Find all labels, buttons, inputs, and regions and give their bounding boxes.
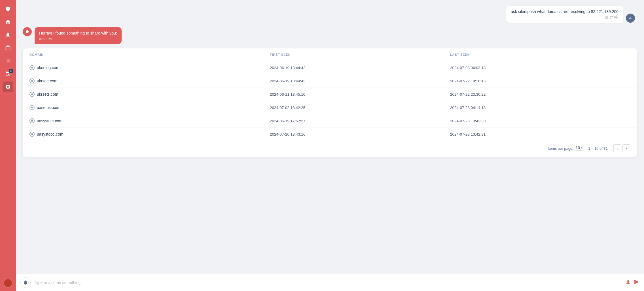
- upload-button[interactable]: [625, 279, 631, 286]
- domain-icon: [29, 118, 35, 123]
- table-row[interactable]: ukrsets.com 2024-06-11 13:45:10 2024-07-…: [23, 88, 637, 101]
- items-per-page-label: Items per page:: [548, 146, 573, 151]
- user-avatar: A: [626, 14, 635, 23]
- results-table-card: DOMAIN FIRST SEEN LAST SEEN ukenlog.com …: [23, 48, 637, 157]
- first-seen-cell: 2024-06-11 13:45:10: [270, 92, 450, 97]
- table-row[interactable]: uasetukr.com 2024-07-02 13:42:25 2024-07…: [23, 101, 637, 114]
- domain-icon: [29, 78, 35, 84]
- first-seen-cell: 2024-06-19 13:44:42: [270, 66, 450, 70]
- chat-input[interactable]: [34, 280, 622, 285]
- bot-message-row: Hurray! I found something to share with …: [23, 27, 637, 44]
- sidebar-logo[interactable]: [3, 3, 13, 14]
- table-row[interactable]: uasystnet.com 2024-06-19 17:57:37 2024-0…: [23, 114, 637, 128]
- domain-icon: [29, 105, 35, 110]
- table-row[interactable]: ukenlog.com 2024-06-19 13:44:42 2024-07-…: [23, 61, 637, 74]
- first-seen-cell: 2024-06-19 13:44:43: [270, 79, 450, 83]
- last-seen-cell: 2024-07-22 19:10:15: [450, 79, 630, 83]
- first-seen-cell: 2024-07-20 13:43:16: [270, 132, 450, 136]
- user-message-row: ask silentpush what domains are resolvin…: [23, 6, 637, 23]
- domain-name: uasystnet.com: [37, 119, 62, 123]
- bot-message-time: 03:07 PM: [39, 37, 117, 40]
- last-seen-cell: 2024-07-23 04:14:13: [450, 106, 630, 110]
- sidebar-item-alerts[interactable]: [3, 29, 13, 40]
- first-seen-cell: 2024-07-02 13:42:25: [270, 106, 450, 110]
- user-message-bubble: ask silentpush what domains are resolvin…: [506, 6, 623, 23]
- notification-button[interactable]: [20, 277, 31, 288]
- domain-cell: uasystnet.com: [29, 118, 270, 123]
- bell-icon: [5, 32, 11, 38]
- domain-icon: [29, 132, 35, 137]
- sidebar: B: [0, 0, 16, 291]
- sidebar-item-network[interactable]: B: [3, 69, 13, 79]
- settings-icon: [5, 84, 11, 90]
- per-page-arrow-icon: ▾: [581, 146, 582, 149]
- table-row[interactable]: uasystdoc.com 2024-07-20 13:43:16 2024-0…: [23, 128, 637, 141]
- last-seen-cell: 2024-07-23 13:42:31: [450, 132, 630, 136]
- domain-icon: [29, 65, 35, 70]
- last-seen-cell: 2024-07-22 23:30:22: [450, 92, 630, 97]
- domain-name: ukenlog.com: [37, 65, 59, 70]
- shield-icon: [5, 6, 11, 12]
- col-header-domain: DOMAIN: [29, 53, 270, 56]
- per-page-value: 10: [576, 146, 580, 150]
- domain-icon: [29, 92, 35, 97]
- user-message-time: 03:07 PM: [511, 16, 618, 19]
- bot-avatar: [23, 27, 32, 36]
- domain-name: uasystdoc.com: [37, 132, 63, 136]
- home-icon: [5, 19, 11, 25]
- sidebar-item-briefcase[interactable]: [3, 42, 13, 53]
- input-bar: [16, 274, 644, 291]
- beta-badge: B: [9, 69, 13, 73]
- col-header-first-seen: FIRST SEEN: [270, 53, 450, 56]
- send-icon: [633, 279, 639, 285]
- first-seen-cell: 2024-06-19 17:57:37: [270, 119, 450, 123]
- next-page-button[interactable]: ›: [622, 144, 630, 152]
- table-header-row: DOMAIN FIRST SEEN LAST SEEN: [23, 48, 637, 61]
- page-info: 1 – 10 of 31: [588, 146, 608, 151]
- sidebar-red-dot[interactable]: [3, 279, 12, 288]
- pagination-bar: Items per page: 10 ▾ 1 – 10 of 31 ‹ ›: [23, 141, 637, 157]
- page-nav: ‹ ›: [613, 144, 630, 152]
- bell-input-icon: [23, 280, 28, 285]
- bot-message-bubble: Hurray! I found something to share with …: [35, 27, 122, 44]
- per-page-select[interactable]: 10 ▾: [576, 146, 583, 151]
- sidebar-item-home[interactable]: [3, 16, 13, 27]
- domain-name: ukrsets.com: [37, 92, 58, 97]
- domain-name: ukrsett.com: [37, 79, 57, 83]
- bot-message-text: Hurray! I found something to share with …: [39, 31, 117, 36]
- briefcase-icon: [5, 45, 11, 51]
- chat-area: ask silentpush what domains are resolvin…: [16, 0, 644, 274]
- domain-cell: ukrsets.com: [29, 92, 270, 97]
- send-button[interactable]: [633, 279, 639, 286]
- col-header-last-seen: LAST SEEN: [450, 53, 630, 56]
- domain-cell: ukenlog.com: [29, 65, 270, 70]
- input-right-actions: [625, 279, 639, 286]
- last-seen-cell: 2024-07-23 13:42:30: [450, 119, 630, 123]
- domain-cell: uasetukr.com: [29, 105, 270, 110]
- domain-cell: ukrsett.com: [29, 78, 270, 84]
- upload-icon: [625, 279, 631, 285]
- user-message-text: ask silentpush what domains are resolvin…: [511, 9, 618, 15]
- prev-page-button[interactable]: ‹: [613, 144, 621, 152]
- sidebar-bottom: [3, 279, 12, 288]
- table-body: ukenlog.com 2024-06-19 13:44:42 2024-07-…: [23, 61, 637, 141]
- last-seen-cell: 2024-07-03 06:03:18: [450, 66, 630, 70]
- bot-avatar-dot: [26, 30, 29, 33]
- domain-name: uasetukr.com: [37, 105, 60, 110]
- sidebar-item-list[interactable]: [3, 55, 13, 66]
- sidebar-item-settings[interactable]: [3, 82, 13, 92]
- items-per-page-group: Items per page: 10 ▾: [548, 146, 582, 151]
- domain-cell: uasystdoc.com: [29, 132, 270, 137]
- list-icon: [5, 58, 11, 64]
- table-row[interactable]: ukrsett.com 2024-06-19 13:44:43 2024-07-…: [23, 74, 637, 88]
- main-content: ask silentpush what domains are resolvin…: [16, 0, 644, 291]
